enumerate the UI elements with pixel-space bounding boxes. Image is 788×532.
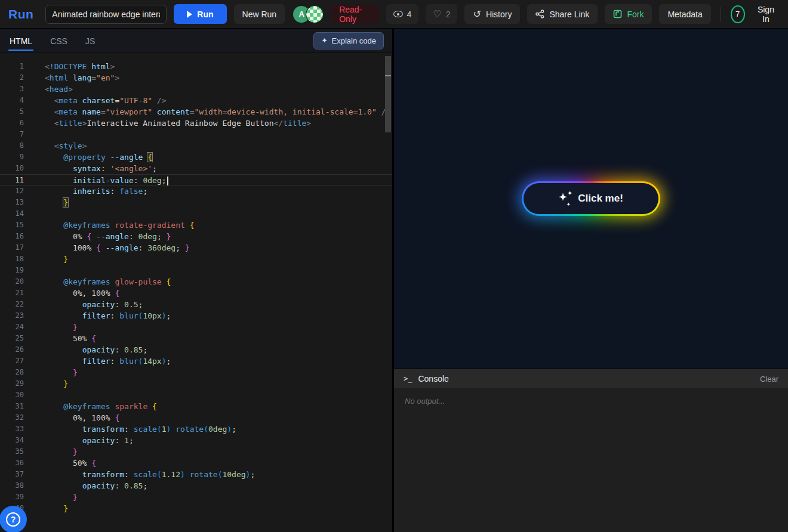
code-line: 32 0%, 100% { (0, 412, 392, 423)
eye-icon (393, 11, 403, 17)
rainbow-border: ✦ ✦ ✦ Click me! (522, 181, 660, 216)
fork-button[interactable]: Fork (605, 4, 652, 24)
rainbow-button-wrap: ✦ ✦ ✦ Click me! (522, 181, 660, 216)
avatar-identicon[interactable] (306, 5, 324, 23)
code-line: 13 } (0, 197, 392, 208)
code-line: 6 <title>Interactive Animated Rainbow Ed… (0, 117, 392, 129)
code-line: 22 opacity: 0.5; (0, 299, 392, 310)
code-line: 1<!DOCTYPE html> (0, 61, 392, 72)
sign-in-button[interactable]: Sign In (752, 5, 780, 24)
new-run-button[interactable]: New Run (234, 4, 285, 24)
code-line: 31 @keyframes sparkle { (0, 401, 392, 412)
console-output: No output... (394, 388, 788, 532)
editor-panel: HTML CSS JS ✦ Explain code 1<!DOCTYPE ht… (0, 29, 394, 532)
tab-css[interactable]: CSS (49, 31, 69, 50)
code-line: 36 50% { (0, 457, 392, 469)
code-line: 23 filter: blur(10px); (0, 310, 392, 321)
code-line: 5 <meta name="viewport" content="width=d… (0, 106, 392, 117)
collaborator-avatars: A (293, 5, 324, 23)
code-line: 8 <style> (0, 140, 392, 151)
code-line: 9 @property --angle { (0, 151, 392, 163)
fork-icon (613, 10, 622, 18)
read-only-badge: Read-Only (331, 4, 378, 24)
help-button[interactable]: ? (0, 506, 27, 532)
code-line: 14 (0, 208, 392, 219)
editor-scrollbar[interactable] (385, 56, 391, 132)
code-line: 2<html lang="en"> (0, 72, 392, 83)
code-line: 10 syntax: '<angle>'; (0, 163, 392, 174)
tab-html[interactable]: HTML (8, 31, 33, 50)
code-line: 3<head> (0, 83, 392, 95)
topbar: Run Run New Run A Read-Only 4 ♡ 2 ↺ Hist… (0, 0, 788, 29)
code-line: 16 0% { --angle: 0deg; } (0, 231, 392, 242)
code-editor[interactable]: 1<!DOCTYPE html>2<html lang="en">3<head>… (0, 53, 392, 532)
code-line: 26 opacity: 0.85; (0, 344, 392, 355)
code-line: 20 @keyframes glow-pulse { (0, 276, 392, 287)
console-empty-message: No output... (405, 397, 445, 406)
heart-icon: ♡ (433, 10, 441, 19)
question-mark-icon: ? (6, 512, 20, 527)
topbar-divider (721, 7, 721, 21)
code-line: 12 inherits: false; (0, 185, 392, 197)
code-line: 37 transform: scale(1.12) rotate(10deg); (0, 469, 392, 480)
views-counter: 4 (386, 4, 419, 24)
project-title-input[interactable] (45, 5, 167, 24)
code-line: 7 (0, 129, 392, 140)
code-line: 27 filter: blur(14px); (0, 355, 392, 367)
code-line: 11 initial-value: 0deg; (0, 174, 392, 185)
console-header: >_ Console Clear (394, 369, 788, 388)
code-line: 18 } (0, 253, 392, 265)
code-line: 24 } (0, 321, 392, 333)
run-button[interactable]: Run (174, 4, 226, 24)
metadata-button[interactable]: Metadata (659, 4, 710, 24)
code-line: 4 <meta charset="UTF-8" /> (0, 95, 392, 106)
history-button[interactable]: ↺ History (464, 4, 520, 24)
explain-code-button[interactable]: ✦ Explain code (313, 32, 384, 50)
tab-js[interactable]: JS (84, 31, 96, 50)
code-lines: 1<!DOCTYPE html>2<html lang="en">3<head>… (0, 61, 392, 514)
share-link-button[interactable]: Share Link (527, 4, 598, 24)
code-line: 17 100% { --angle: 360deg; } (0, 242, 392, 253)
code-line: 25 50% { (0, 333, 392, 344)
sparkles-icon: ✦ (321, 37, 327, 44)
main-split: HTML CSS JS ✦ Explain code 1<!DOCTYPE ht… (0, 29, 788, 532)
history-clock-icon: ↺ (473, 10, 481, 19)
code-line: 21 0%, 100% { (0, 287, 392, 299)
console-title: Console (418, 374, 448, 383)
share-icon (535, 10, 544, 18)
code-line: 40 } (0, 503, 392, 514)
code-line: 33 transform: scale(1) rotate(0deg); (0, 423, 392, 435)
code-line: 30 (0, 389, 392, 401)
code-line: 34 opacity: 1; (0, 435, 392, 446)
live-preview: ✦ ✦ ✦ Click me! (394, 29, 788, 369)
run-logo[interactable]: Run (8, 7, 33, 21)
code-line: 35 } (0, 446, 392, 457)
editor-scrollbar-cursor-mark (385, 75, 391, 76)
code-line: 29 } (0, 378, 392, 389)
likes-counter[interactable]: ♡ 2 (426, 4, 457, 24)
click-me-button[interactable]: ✦ ✦ ✦ Click me! (524, 183, 658, 214)
click-me-label: Click me! (578, 193, 623, 205)
play-icon (187, 11, 192, 18)
sparkles-icon: ✦ ✦ ✦ (559, 192, 572, 205)
code-line: 28 } (0, 367, 392, 378)
preview-panel: ✦ ✦ ✦ Click me! >_ Console Clear No outp… (394, 29, 788, 532)
code-line: 15 @keyframes rotate-gradient { (0, 219, 392, 231)
code-line: 38 opacity: 0.85; (0, 480, 392, 491)
app-window: Run Run New Run A Read-Only 4 ♡ 2 ↺ Hist… (0, 0, 788, 532)
console-clear-button[interactable]: Clear (760, 375, 778, 383)
notification-badge[interactable]: 7 (731, 5, 745, 23)
code-line: 19 (0, 265, 392, 276)
terminal-icon: >_ (404, 375, 412, 383)
code-line: 39 } (0, 491, 392, 503)
editor-tabbar: HTML CSS JS ✦ Explain code (0, 29, 392, 53)
